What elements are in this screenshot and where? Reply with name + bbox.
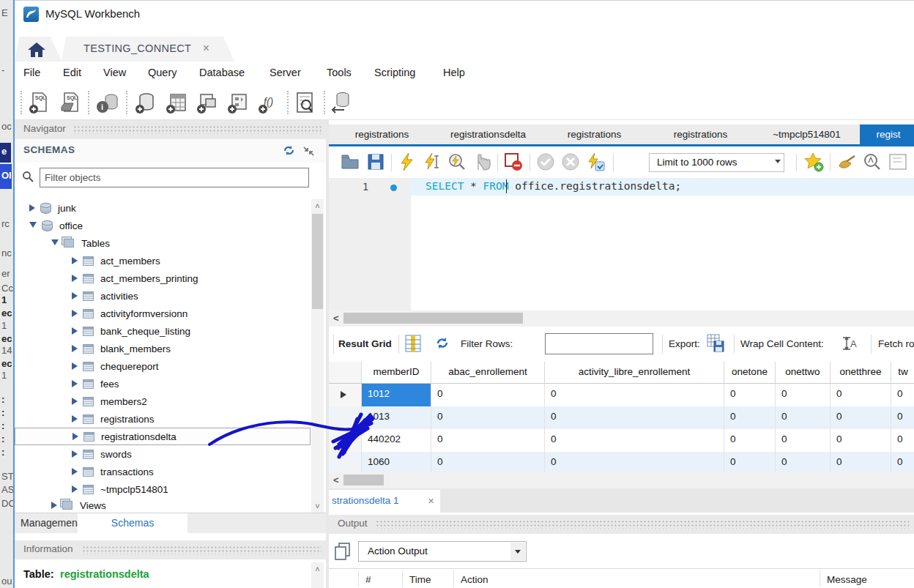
- expand-arrow-icon[interactable]: [29, 204, 35, 212]
- tree-item-activityformversionn[interactable]: activityformversionn: [15, 305, 311, 322]
- home-tab[interactable]: [15, 37, 62, 62]
- grid-cell[interactable]: 0: [724, 384, 776, 406]
- filter-rows-input[interactable]: [545, 333, 653, 354]
- grid-cell[interactable]: 0: [891, 452, 914, 472]
- open-script-icon[interactable]: [340, 152, 362, 174]
- grid-cell[interactable]: 0: [776, 406, 831, 429]
- tree-item-chequereport[interactable]: chequereport: [15, 357, 311, 375]
- column-header-tw[interactable]: tw: [891, 362, 914, 383]
- grid-cell[interactable]: 0: [545, 406, 724, 429]
- grid-cell[interactable]: 0: [776, 452, 831, 472]
- grid-cell[interactable]: 1013: [362, 406, 431, 429]
- explain-plan-icon[interactable]: [447, 152, 469, 174]
- grid-cell[interactable]: 0: [891, 429, 914, 452]
- menu-tools[interactable]: Tools: [327, 67, 352, 78]
- expand-arrow-icon[interactable]: [72, 485, 78, 493]
- sql-code-editor[interactable]: 1 SELECT * FROM office.registrationsdelt…: [329, 178, 914, 310]
- find-panel-icon[interactable]: [862, 152, 884, 174]
- menu-view[interactable]: View: [103, 67, 126, 78]
- invisible-chars-icon[interactable]: [887, 152, 909, 174]
- grid-cell-selected[interactable]: 1012: [362, 384, 431, 406]
- query-tab-6-active[interactable]: regist: [860, 124, 914, 144]
- menu-query[interactable]: Query: [148, 67, 177, 78]
- refresh-schemas-icon[interactable]: [283, 145, 295, 159]
- tree-item-blank-members[interactable]: blank_members: [15, 340, 311, 357]
- menu-help[interactable]: Help: [443, 67, 465, 78]
- scrollbar-thumb[interactable]: [343, 475, 384, 485]
- toggle-stop-on-error-icon[interactable]: [503, 152, 525, 174]
- grid-cell[interactable]: 0: [545, 429, 724, 452]
- collapse-arrow-icon[interactable]: [51, 239, 59, 249]
- grid-cell[interactable]: 0: [831, 452, 891, 472]
- tree-item-act-members-printing[interactable]: act_members_printing: [15, 269, 311, 287]
- tree-item-office[interactable]: office: [15, 217, 311, 234]
- grid-cell[interactable]: 0: [831, 384, 891, 406]
- tree-item-views[interactable]: Views: [15, 496, 311, 510]
- query-tab-4[interactable]: registrations: [647, 124, 754, 144]
- expand-arrow-icon[interactable]: [72, 398, 78, 405]
- grid-cell[interactable]: 0: [891, 384, 914, 406]
- menu-server[interactable]: Server: [270, 67, 301, 78]
- menu-database[interactable]: Database: [199, 67, 245, 78]
- grid-cell[interactable]: 1060: [362, 452, 431, 472]
- grid-cell[interactable]: 0: [431, 384, 545, 406]
- expand-arrow-icon[interactable]: [51, 502, 57, 509]
- expand-arrow-icon[interactable]: [72, 468, 78, 475]
- row-header[interactable]: [329, 452, 362, 472]
- scroll-up-icon[interactable]: ˄: [313, 201, 322, 210]
- menu-edit[interactable]: Edit: [63, 67, 81, 78]
- create-table-button[interactable]: [164, 91, 187, 114]
- scroll-left-icon[interactable]: <: [333, 475, 339, 485]
- query-tab-5[interactable]: ~tmpclp514801: [754, 124, 860, 144]
- rollback-icon-disabled[interactable]: [560, 152, 582, 174]
- grid-cell[interactable]: 0: [431, 452, 545, 472]
- grid-cell[interactable]: 0: [724, 429, 776, 452]
- scroll-up-icon[interactable]: ˄: [313, 565, 322, 573]
- connection-tab-testing-connect[interactable]: TESTING_CONNECT ×: [62, 37, 234, 62]
- close-icon[interactable]: ×: [203, 42, 209, 55]
- scroll-down-icon[interactable]: ˅: [313, 502, 322, 510]
- menu-file[interactable]: File: [23, 67, 40, 78]
- save-script-icon[interactable]: [365, 152, 387, 174]
- tree-item-transactions[interactable]: transactions: [15, 463, 311, 480]
- tree-item-members2[interactable]: members2: [15, 392, 311, 410]
- column-header-abac-enrollement[interactable]: abac_enrollement: [431, 362, 545, 383]
- create-schema-button[interactable]: [133, 91, 157, 114]
- grid-cell[interactable]: 0: [776, 429, 831, 452]
- query-tab-3[interactable]: registrations: [541, 124, 647, 144]
- query-tab-2[interactable]: registrationsdelta: [435, 124, 541, 144]
- grid-cell[interactable]: 0: [724, 406, 776, 429]
- tree-item-tables[interactable]: Tables: [15, 234, 311, 252]
- close-icon[interactable]: ×: [428, 494, 434, 507]
- row-header[interactable]: [329, 429, 362, 452]
- grid-cell[interactable]: 0: [776, 384, 831, 406]
- grid-cell[interactable]: 440202: [362, 429, 431, 452]
- tree-item-fees[interactable]: fees: [15, 375, 311, 392]
- tree-item-registrations[interactable]: registrations: [15, 410, 311, 428]
- filter-objects-input[interactable]: [40, 168, 309, 187]
- sql-current-line[interactable]: SELECT * FROM office.registrationsdelta;: [411, 178, 914, 196]
- grid-cell[interactable]: 0: [545, 384, 724, 406]
- create-view-button[interactable]: [195, 91, 218, 114]
- tab-schemas[interactable]: Schemas: [78, 513, 187, 534]
- grid-cell[interactable]: 0: [831, 406, 891, 429]
- refresh-grid-icon[interactable]: [435, 336, 450, 352]
- expand-arrow-icon[interactable]: [72, 292, 78, 299]
- column-header-onetthree[interactable]: onetthree: [831, 362, 891, 383]
- tree-item-activities[interactable]: activities: [15, 287, 311, 305]
- scrollbar-thumb[interactable]: [312, 214, 323, 309]
- info-scrollbar[interactable]: ˄: [311, 562, 324, 588]
- expand-arrow-icon[interactable]: [72, 275, 78, 282]
- limit-rows-dropdown[interactable]: Limit to 1000 rows: [649, 153, 784, 172]
- scrollbar-thumb[interactable]: [343, 313, 523, 324]
- tree-item-act-members[interactable]: act_members: [15, 252, 311, 269]
- expand-arrow-icon[interactable]: [72, 415, 78, 423]
- search-data-button[interactable]: [293, 91, 316, 114]
- new-sql-tab-button[interactable]: SQL: [27, 91, 51, 114]
- tree-item-swords[interactable]: swords: [15, 445, 311, 463]
- expand-arrow-icon[interactable]: [72, 310, 78, 317]
- execute-statement-icon[interactable]: [422, 152, 444, 174]
- save-snippet-icon[interactable]: [803, 152, 825, 174]
- expand-arrow-icon[interactable]: [72, 380, 78, 387]
- wrap-cell-content-icon[interactable]: A: [841, 336, 859, 353]
